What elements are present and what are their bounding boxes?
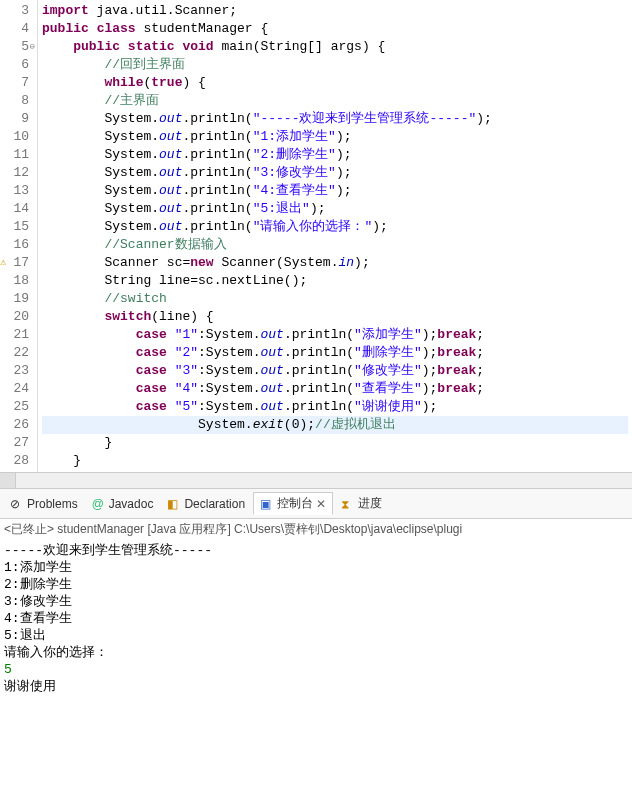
console-header: <已终止> studentManager [Java 应用程序] C:\User… — [0, 519, 632, 540]
console-output-line: 3:修改学生 — [4, 593, 628, 610]
gutter-line: 19 — [2, 290, 29, 308]
gutter-line: 12 — [2, 164, 29, 182]
gutter-line: 25 — [2, 398, 29, 416]
view-tabs: ⊘Problems @Javadoc ◧Declaration ▣控制台 ✕ ⧗… — [0, 488, 632, 519]
line-gutter: 3 4 5⊖ 6 7 8 9 10 11 12 13 14 15 16 ⚠17 … — [0, 0, 38, 472]
console-output-line: 谢谢使用 — [4, 678, 628, 695]
gutter-line: 16 — [2, 236, 29, 254]
gutter-line: 9 — [2, 110, 29, 128]
gutter-line: 4 — [2, 20, 29, 38]
code-line: case "1":System.out.println("添加学生");brea… — [42, 326, 628, 344]
console-output-line: 4:查看学生 — [4, 610, 628, 627]
fold-icon[interactable]: ⊖ — [30, 38, 35, 56]
javadoc-icon: @ — [92, 497, 106, 511]
console-output-line: -----欢迎来到学生管理系统----- — [4, 542, 628, 559]
gutter-line: 13 — [2, 182, 29, 200]
console-output-line: 请输入你的选择： — [4, 644, 628, 661]
tab-javadoc[interactable]: @Javadoc — [86, 495, 160, 513]
console-icon: ▣ — [260, 497, 274, 511]
code-line-highlighted: System.exit(0);//虚拟机退出 — [42, 416, 628, 434]
code-line: public class studentManager { — [42, 20, 628, 38]
code-line: case "2":System.out.println("删除学生");brea… — [42, 344, 628, 362]
gutter-line: 28 — [2, 452, 29, 470]
tab-progress[interactable]: ⧗进度 — [335, 493, 388, 514]
console-output-line: 1:添加学生 — [4, 559, 628, 576]
tab-declaration[interactable]: ◧Declaration — [161, 495, 251, 513]
gutter-line: 5⊖ — [2, 38, 29, 56]
horizontal-scrollbar[interactable] — [0, 472, 632, 488]
code-line: System.out.println("5:退出"); — [42, 200, 628, 218]
declaration-icon: ◧ — [167, 497, 181, 511]
code-line: //主界面 — [42, 92, 628, 110]
code-line: case "3":System.out.println("修改学生");brea… — [42, 362, 628, 380]
code-line: System.out.println("请输入你的选择："); — [42, 218, 628, 236]
gutter-line: 15 — [2, 218, 29, 236]
code-line: Scanner sc=new Scanner(System.in); — [42, 254, 628, 272]
gutter-line: 21 — [2, 326, 29, 344]
gutter-line: 3 — [2, 2, 29, 20]
close-icon[interactable]: ✕ — [316, 497, 326, 511]
code-line: //回到主界面 — [42, 56, 628, 74]
gutter-line: 18 — [2, 272, 29, 290]
gutter-line: 22 — [2, 344, 29, 362]
gutter-line: 7 — [2, 74, 29, 92]
code-line: //Scanner数据输入 — [42, 236, 628, 254]
console-input-line: 5 — [4, 661, 628, 678]
warning-icon[interactable]: ⚠ — [0, 254, 6, 272]
code-line: //switch — [42, 290, 628, 308]
console-output-line: 5:退出 — [4, 627, 628, 644]
gutter-line: 8 — [2, 92, 29, 110]
gutter-line: 20 — [2, 308, 29, 326]
code-line: System.out.println("-----欢迎来到学生管理系统-----… — [42, 110, 628, 128]
gutter-line: 24 — [2, 380, 29, 398]
gutter-line: 10 — [2, 128, 29, 146]
gutter-line: 11 — [2, 146, 29, 164]
gutter-line: 23 — [2, 362, 29, 380]
code-line: public static void main(String[] args) { — [42, 38, 628, 56]
code-line: import java.util.Scanner; — [42, 2, 628, 20]
console-output[interactable]: -----欢迎来到学生管理系统-----1:添加学生2:删除学生3:修改学生4:… — [0, 540, 632, 697]
problems-icon: ⊘ — [10, 497, 24, 511]
gutter-line: ⚠17 — [2, 254, 29, 272]
code-area[interactable]: import java.util.Scanner; public class s… — [38, 0, 632, 472]
code-line: System.out.println("2:删除学生"); — [42, 146, 628, 164]
gutter-line: 27 — [2, 434, 29, 452]
code-editor[interactable]: 3 4 5⊖ 6 7 8 9 10 11 12 13 14 15 16 ⚠17 … — [0, 0, 632, 472]
console-view: <已终止> studentManager [Java 应用程序] C:\User… — [0, 519, 632, 697]
code-line: System.out.println("1:添加学生"); — [42, 128, 628, 146]
code-line: } — [42, 452, 628, 470]
gutter-line: 6 — [2, 56, 29, 74]
console-output-line: 2:删除学生 — [4, 576, 628, 593]
code-line: switch(line) { — [42, 308, 628, 326]
code-line: String line=sc.nextLine(); — [42, 272, 628, 290]
progress-icon: ⧗ — [341, 497, 355, 511]
code-line: System.out.println("4:查看学生"); — [42, 182, 628, 200]
code-line: case "4":System.out.println("查看学生");brea… — [42, 380, 628, 398]
gutter-line: 26 — [2, 416, 29, 434]
gutter-line: 14 — [2, 200, 29, 218]
code-line: } — [42, 434, 628, 452]
code-line: System.out.println("3:修改学生"); — [42, 164, 628, 182]
code-line: case "5":System.out.println("谢谢使用"); — [42, 398, 628, 416]
code-line: while(true) { — [42, 74, 628, 92]
tab-console[interactable]: ▣控制台 ✕ — [253, 492, 333, 515]
tab-problems[interactable]: ⊘Problems — [4, 495, 84, 513]
